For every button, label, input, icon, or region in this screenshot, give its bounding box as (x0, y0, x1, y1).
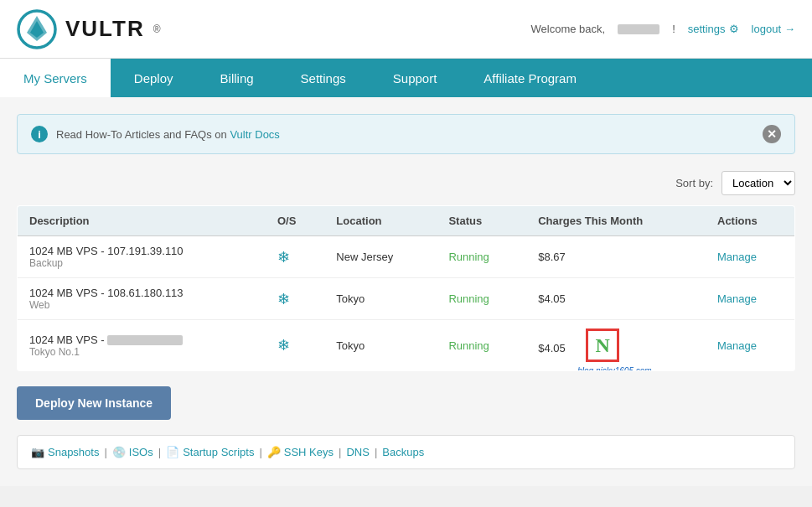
table-row: 1024 MB VPS - 108.61.180.113 Web ❄ Tokyo… (18, 278, 795, 320)
row2-desc-sub: Web (29, 299, 254, 311)
nav-item-billing[interactable]: Billing (197, 59, 277, 97)
row1-desc-sub: Backup (29, 257, 254, 269)
footer-dns-link[interactable]: DNS (346, 446, 369, 458)
nav-item-affiliate[interactable]: Affiliate Program (460, 59, 600, 97)
col-charges: Charges This Month (526, 206, 706, 236)
nav-item-deploy[interactable]: Deploy (111, 59, 197, 97)
username-display (618, 24, 659, 34)
os-icon-row3: ❄ (277, 336, 290, 354)
row1-location: New Jersey (324, 236, 437, 278)
row3-location: Tokyo (324, 320, 437, 371)
footer-snapshots-link[interactable]: Snapshots (48, 446, 99, 458)
col-os: O/S (266, 206, 324, 236)
info-icon: i (31, 126, 48, 142)
watermark-container: N blog.nicky1605.com (586, 329, 619, 362)
table-row: 1024 MB VPS - Tokyo No.1 ❄ Tokyo Running… (18, 320, 795, 371)
row3-actions: Manage (706, 320, 795, 371)
row3-description: 1024 MB VPS - Tokyo No.1 (18, 320, 266, 371)
nav-item-support[interactable]: Support (370, 59, 461, 97)
table-header: Description O/S Location Status Charges … (18, 206, 795, 236)
row1-status-badge: Running (448, 251, 489, 263)
exclamation: ! (672, 23, 675, 35)
row3-manage-link[interactable]: Manage (717, 339, 757, 352)
row1-status: Running (437, 236, 526, 278)
settings-link[interactable]: settings ⚙ (688, 23, 739, 35)
row2-status: Running (437, 278, 526, 320)
info-banner-text: Read How-To Articles and FAQs on Vultr D… (56, 128, 280, 141)
logout-link[interactable]: logout → (752, 23, 795, 35)
row2-actions: Manage (706, 278, 795, 320)
os-icon-row2: ❄ (277, 290, 290, 308)
table-body: 1024 MB VPS - 107.191.39.110 Backup ❄ Ne… (18, 236, 795, 371)
watermark-url: blog.nicky1605.com (577, 366, 651, 371)
logo-area: VULTR® (17, 9, 161, 49)
col-actions: Actions (706, 206, 795, 236)
close-banner-button[interactable]: ✕ (763, 125, 781, 143)
main-content: i Read How-To Articles and FAQs on Vultr… (0, 97, 812, 486)
deploy-new-instance-button[interactable]: Deploy New Instance (17, 386, 171, 420)
row2-description: 1024 MB VPS - 108.61.180.113 Web (18, 278, 266, 320)
settings-label: settings (688, 23, 726, 35)
footer-snapshots-icon: 📷 (31, 446, 44, 458)
row2-os: ❄ (266, 278, 324, 320)
row1-manage-link[interactable]: Manage (717, 251, 757, 263)
footer-sep-1: | (104, 446, 106, 458)
gear-icon: ⚙ (729, 23, 739, 35)
header: VULTR® Welcome back, ! settings ⚙ logout… (0, 0, 812, 59)
n-watermark-badge: N (586, 329, 619, 362)
sort-select[interactable]: Location Status Charges (721, 171, 795, 195)
footer-isos-link[interactable]: ISOs (129, 446, 153, 458)
row3-desc-sub: Tokyo No.1 (29, 346, 254, 358)
footer-sshkeys-icon: 🔑 (267, 446, 281, 458)
row2-status-badge: Running (448, 292, 489, 305)
row1-os: ❄ (266, 236, 324, 278)
row3-os: ❄ (266, 320, 324, 371)
footer-sep-2: | (158, 446, 161, 458)
info-banner: i Read How-To Articles and FAQs on Vultr… (17, 114, 795, 154)
row3-desc-main: 1024 MB VPS - (29, 334, 254, 346)
row3-ip-blur (107, 335, 183, 345)
row3-status: Running (437, 320, 526, 371)
footer-scripts-icon: 📄 (166, 446, 179, 458)
table-header-row: Description O/S Location Status Charges … (18, 206, 795, 236)
footer-isos-icon: 💿 (112, 446, 126, 458)
main-nav: My Servers Deploy Billing Settings Suppo… (0, 59, 812, 97)
sort-by-label: Sort by: (675, 177, 713, 189)
sort-bar: Sort by: Location Status Charges (17, 171, 795, 195)
logout-label: logout (752, 23, 781, 35)
footer-backups-link[interactable]: Backups (382, 446, 424, 458)
footer-ssh-keys-link[interactable]: SSH Keys (284, 446, 334, 458)
row1-description: 1024 MB VPS - 107.191.39.110 Backup (18, 236, 266, 278)
row2-desc-main: 1024 MB VPS - 108.61.180.113 (29, 287, 254, 299)
row2-charges: $4.05 (526, 278, 706, 320)
col-description: Description (18, 206, 266, 236)
col-status: Status (437, 206, 526, 236)
row2-location: Tokyo (324, 278, 437, 320)
servers-table: Description O/S Location Status Charges … (17, 205, 795, 371)
footer-sep-5: | (375, 446, 377, 458)
info-banner-left: i Read How-To Articles and FAQs on Vultr… (31, 126, 280, 142)
table-row: 1024 MB VPS - 107.191.39.110 Backup ❄ Ne… (18, 236, 795, 278)
row1-actions: Manage (706, 236, 795, 278)
os-icon-row1: ❄ (277, 248, 290, 266)
row2-manage-link[interactable]: Manage (717, 292, 757, 305)
footer-sep-4: | (339, 446, 341, 458)
vultr-docs-link[interactable]: Vultr Docs (230, 128, 279, 141)
nav-item-settings[interactable]: Settings (277, 59, 370, 97)
row3-status-badge: Running (448, 339, 489, 352)
header-right: Welcome back, ! settings ⚙ logout → (531, 23, 796, 35)
footer-sep-3: | (259, 446, 261, 458)
nav-item-my-servers[interactable]: My Servers (0, 59, 111, 97)
welcome-text: Welcome back, (531, 23, 606, 35)
footer-startup-scripts-link[interactable]: Startup Scripts (183, 446, 254, 458)
row3-charges: $4.05 N blog.nicky1605.com (526, 320, 706, 371)
logo-reg: ® (153, 23, 161, 35)
logout-arrow-icon: → (784, 23, 795, 35)
row1-charges: $8.67 (526, 236, 706, 278)
row1-desc-main: 1024 MB VPS - 107.191.39.110 (29, 245, 254, 257)
footer-links: 📷 Snapshots | 💿 ISOs | 📄 Startup Scripts… (17, 435, 795, 469)
col-location: Location (324, 206, 437, 236)
logo-text: VULTR (65, 16, 145, 42)
vultr-logo-icon (17, 9, 57, 49)
